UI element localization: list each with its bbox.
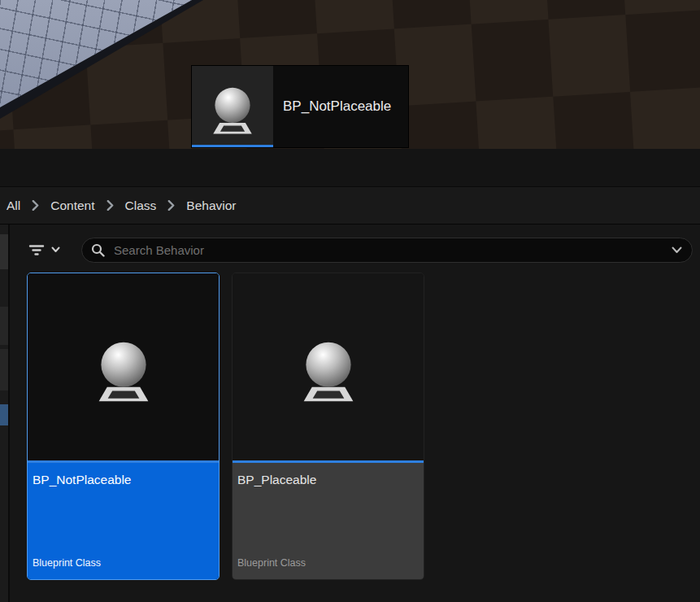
asset-tile-footer: BP_NotPlaceable Blueprint Class xyxy=(28,463,219,579)
chevron-right-icon xyxy=(107,200,114,211)
filter-button[interactable] xyxy=(28,238,60,261)
chevron-right-icon xyxy=(32,200,39,211)
asset-type-label: Blueprint Class xyxy=(33,557,211,569)
search-input[interactable] xyxy=(112,242,672,258)
search-options-dropdown-icon[interactable] xyxy=(672,246,682,254)
left-panel-edge-row xyxy=(0,349,8,390)
breadcrumb-item-all[interactable]: All xyxy=(7,198,20,213)
breadcrumb-item-behavior[interactable]: Behavior xyxy=(186,198,236,213)
asset-type-label: Blueprint Class xyxy=(237,557,416,569)
left-panel-edge-row xyxy=(0,307,8,345)
content-browser-toolbar xyxy=(0,149,700,187)
asset-title: BP_NotPlaceable xyxy=(33,473,211,487)
unreal-editor-screen: BP_NotPlaceable All Content Class Behavi… xyxy=(0,0,700,602)
asset-tile-bp-notplaceable[interactable]: BP_NotPlaceable Blueprint Class xyxy=(27,273,220,580)
asset-thumbnail xyxy=(28,273,219,460)
chevron-down-icon xyxy=(51,246,60,253)
asset-view: BP_NotPlaceable Blueprint Class xyxy=(0,225,700,602)
left-panel-edge-row xyxy=(0,234,8,269)
asset-thumbnail xyxy=(233,273,424,460)
blueprint-sphere-icon xyxy=(192,66,273,147)
sphere-on-base-icon xyxy=(203,76,262,137)
search-bar[interactable] xyxy=(81,238,693,263)
asset-type-color-bar xyxy=(192,145,273,147)
asset-title: BP_Placeable xyxy=(237,473,416,487)
drag-drop-tooltip: BP_NotPlaceable xyxy=(191,65,409,148)
breadcrumb: All Content Class Behavior xyxy=(0,187,700,225)
left-panel-edge xyxy=(0,225,10,602)
asset-tile-bp-placeable[interactable]: BP_Placeable Blueprint Class xyxy=(232,273,424,580)
breadcrumb-item-content[interactable]: Content xyxy=(50,198,94,213)
search-icon xyxy=(91,243,105,257)
blueprint-sphere-icon xyxy=(291,328,366,406)
filter-icon xyxy=(28,243,46,257)
drag-tooltip-label: BP_NotPlaceable xyxy=(283,98,391,115)
blueprint-sphere-icon xyxy=(86,328,161,406)
breadcrumb-item-class[interactable]: Class xyxy=(125,198,157,213)
left-panel-edge-row-selected xyxy=(0,404,8,425)
chevron-right-icon xyxy=(167,200,175,211)
asset-tile-footer: BP_Placeable Blueprint Class xyxy=(233,463,424,579)
